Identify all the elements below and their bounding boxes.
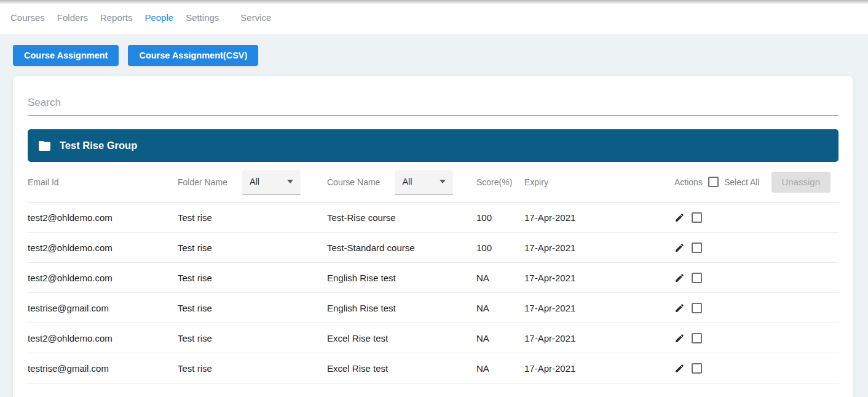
course-filter-value: All xyxy=(402,177,412,186)
folder-cell: Test rise xyxy=(178,363,327,374)
expiry-cell: 17-Apr-2021 xyxy=(524,212,674,223)
folder-cell: Test rise xyxy=(178,243,327,253)
row-actions-cell xyxy=(674,363,838,374)
table-row: test2@ohldemo.com Test rise Excel Rise t… xyxy=(28,323,838,353)
score-cell: 100 xyxy=(476,212,524,223)
nav-item-people[interactable]: People xyxy=(144,12,173,23)
top-navigation: Courses Folders Reports People Settings … xyxy=(0,0,868,35)
table-row: testrise@gmail.com Test rise Excel Rise … xyxy=(28,353,838,383)
table-row: test2@ohldemo.com Test rise Test-Rise co… xyxy=(28,203,838,233)
folder-cell: Test rise xyxy=(178,212,327,223)
edit-pencil-icon[interactable] xyxy=(674,212,685,223)
score-cell: NA xyxy=(476,333,524,343)
nav-item-folders[interactable]: Folders xyxy=(57,12,88,23)
column-header-actions: Actions xyxy=(674,177,703,187)
nav-item-reports[interactable]: Reports xyxy=(100,12,133,23)
table-row: testrise@gmail.com Test rise English Ris… xyxy=(28,293,838,323)
group-header[interactable]: Test Rise Group xyxy=(28,129,838,162)
email-cell: testrise@gmail.com xyxy=(28,363,178,374)
course-cell: Excel Rise test xyxy=(327,363,476,374)
edit-pencil-icon[interactable] xyxy=(674,303,685,313)
nav-item-service[interactable]: Service xyxy=(240,12,271,23)
column-header-score: Score(%) xyxy=(476,177,524,187)
course-name-header-cell: Course Name All xyxy=(327,170,476,194)
score-cell: 100 xyxy=(476,243,524,253)
select-all-label: Select All xyxy=(724,177,760,187)
email-cell: test2@ohldemo.com xyxy=(28,212,178,223)
column-header-course: Course Name xyxy=(327,177,380,187)
column-header-email: Email Id xyxy=(28,177,178,187)
expiry-cell: 17-Apr-2021 xyxy=(524,363,674,374)
chevron-down-icon xyxy=(287,180,293,183)
course-cell: Test-Standard course xyxy=(327,243,476,253)
row-actions-cell xyxy=(674,243,838,253)
edit-pencil-icon[interactable] xyxy=(674,333,685,343)
column-header-folder: Folder Name xyxy=(178,177,227,187)
course-assignment-csv-button[interactable]: Course Assignment(CSV) xyxy=(128,45,258,66)
table-body: test2@ohldemo.com Test rise Test-Rise co… xyxy=(28,203,838,383)
row-select-checkbox[interactable] xyxy=(692,333,702,343)
folder-name-header-cell: Folder Name All xyxy=(178,170,327,194)
row-actions-cell xyxy=(674,303,838,313)
nav-item-settings[interactable]: Settings xyxy=(186,12,219,23)
score-cell: NA xyxy=(476,363,524,374)
email-cell: test2@ohldemo.com xyxy=(28,243,178,253)
row-actions-cell xyxy=(674,212,838,223)
course-cell: English Rise test xyxy=(327,303,476,313)
course-cell: Excel Rise test xyxy=(327,333,476,343)
course-assignment-button[interactable]: Course Assignment xyxy=(13,45,119,66)
search-input[interactable] xyxy=(28,89,838,116)
expiry-cell: 17-Apr-2021 xyxy=(524,333,674,343)
table-row: test2@ohldemo.com Test rise English Rise… xyxy=(28,263,838,293)
folder-name-filter-select[interactable]: All xyxy=(242,170,301,194)
table-header: Email Id Folder Name All Course Name All… xyxy=(28,162,838,203)
course-name-filter-select[interactable]: All xyxy=(395,170,453,194)
email-cell: test2@ohldemo.com xyxy=(28,273,178,283)
row-actions-cell xyxy=(674,333,838,343)
actions-header-cell: Actions Select All Unassign xyxy=(674,172,838,193)
column-header-expiry: Expiry xyxy=(524,177,674,187)
unassign-button[interactable]: Unassign xyxy=(771,172,831,193)
folder-cell: Test rise xyxy=(178,333,327,343)
row-select-checkbox[interactable] xyxy=(692,363,702,374)
row-select-checkbox[interactable] xyxy=(692,303,702,313)
row-actions-cell xyxy=(674,273,838,283)
group-title: Test Rise Group xyxy=(60,140,137,151)
expiry-cell: 17-Apr-2021 xyxy=(524,303,674,313)
email-cell: testrise@gmail.com xyxy=(28,303,178,313)
score-cell: NA xyxy=(476,303,524,313)
score-cell: NA xyxy=(476,273,524,283)
edit-pencil-icon[interactable] xyxy=(674,273,685,283)
toolbar: Course Assignment Course Assignment(CSV) xyxy=(13,45,868,66)
course-cell: English Rise test xyxy=(327,273,476,283)
row-select-checkbox[interactable] xyxy=(692,243,702,253)
select-all-checkbox[interactable] xyxy=(708,177,719,187)
table-row: test2@ohldemo.com Test rise Test-Standar… xyxy=(28,233,838,263)
chevron-down-icon xyxy=(440,180,446,183)
email-cell: test2@ohldemo.com xyxy=(28,333,178,343)
nav-item-courses[interactable]: Courses xyxy=(10,12,45,23)
folder-cell: Test rise xyxy=(178,303,327,313)
row-select-checkbox[interactable] xyxy=(692,212,702,223)
folder-filter-value: All xyxy=(250,177,259,186)
course-cell: Test-Rise course xyxy=(327,212,476,223)
folder-cell: Test rise xyxy=(178,273,327,283)
edit-pencil-icon[interactable] xyxy=(674,363,685,374)
folder-icon xyxy=(39,141,50,151)
expiry-cell: 17-Apr-2021 xyxy=(524,273,674,283)
assignments-card: Test Rise Group Email Id Folder Name All… xyxy=(13,76,853,397)
edit-pencil-icon[interactable] xyxy=(674,243,685,253)
expiry-cell: 17-Apr-2021 xyxy=(524,243,674,253)
row-select-checkbox[interactable] xyxy=(692,273,702,283)
